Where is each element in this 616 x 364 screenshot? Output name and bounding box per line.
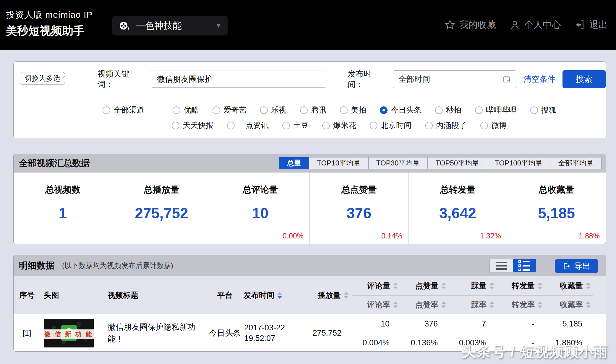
sort-dislike-rate[interactable] (489, 301, 494, 308)
sort-share-rate[interactable] (538, 301, 542, 308)
nav-logout[interactable]: 退出 (575, 19, 608, 31)
radio-icon (213, 106, 220, 114)
col-header-shares: 转发量 (512, 281, 535, 291)
nav-profile-label: 个人中心 (524, 19, 561, 31)
col-header-platform: 平台 (217, 290, 233, 300)
row-dislike-rate: 0.003% (459, 338, 486, 347)
video-thumbnail[interactable]: 微 信 新 功 能 (44, 319, 94, 347)
tab-top30-avg[interactable]: TOP30平均量 (369, 157, 428, 169)
stat-rate: 0.00% (283, 232, 304, 240)
sort-like-rate[interactable] (441, 301, 446, 308)
sort-favorites[interactable] (586, 282, 591, 289)
tab-top100-avg[interactable]: TOP100平均量 (487, 157, 550, 169)
row-comment-rate: 0.004% (362, 338, 390, 347)
channel-radio-toutiao[interactable]: 今日头条 (380, 105, 422, 115)
col-header-dislike-rate: 踩率 (471, 300, 487, 310)
channel-radio-youku[interactable]: 优酷 (173, 105, 199, 115)
col-header-thumbnail: 头图 (44, 290, 59, 300)
export-button[interactable]: 导出 (555, 259, 598, 273)
row-comments: 10 (381, 319, 390, 329)
col-header-favorites: 收藏量 (560, 281, 583, 291)
sort-comments[interactable] (393, 282, 398, 289)
channel-radio-bilibili[interactable]: 哔哩哔哩 (475, 105, 517, 115)
tab-total[interactable]: 总量 (279, 157, 309, 169)
radio-icon (425, 122, 433, 129)
radio-icon (530, 106, 538, 114)
channel-radio-kuaibao[interactable]: 天天快报 (172, 120, 213, 131)
nav-favorites-label: 我的收藏 (459, 19, 496, 31)
film-reel-icon (118, 20, 131, 32)
channel-radio-iqiyi[interactable]: 爱奇艺 (213, 105, 247, 115)
col-header-dislikes: 踩量 (471, 281, 487, 291)
channel-radio-row-1: 全部渠道 优酷 爱奇艺 乐视 腾讯 美拍 今日头条 秒拍 哔哩哔哩 搜狐 (103, 105, 570, 115)
sort-dislikes[interactable] (489, 282, 494, 289)
channel-radio-miaopai[interactable]: 秒拍 (435, 105, 461, 115)
time-range-select[interactable]: 全部时间 (393, 70, 516, 88)
video-title[interactable]: 微信朋友圈保护隐私新功能！ (108, 321, 200, 345)
skill-dropdown[interactable]: 一色神技能 ▼ (112, 16, 228, 35)
summary-panel: 全部视频汇总数据 总量 TOP10平均量 TOP30平均量 TOP50平均量 T… (13, 154, 606, 244)
view-toggle-detail-list[interactable] (513, 259, 536, 272)
col-header-likes: 点赞量 (415, 281, 438, 291)
row-views: 275,752 (312, 329, 341, 338)
sort-likes[interactable] (441, 282, 446, 289)
channel-radio-tudou[interactable]: 土豆 (282, 120, 309, 131)
channel-radio-tencent[interactable]: 腾讯 (300, 105, 326, 115)
nav-profile[interactable]: 个人中心 (510, 19, 561, 31)
radio-icon (172, 122, 179, 129)
clear-conditions-link[interactable]: 清空条件 (523, 74, 555, 84)
stat-total-shares: 总转发量 3,642 1.32% (408, 173, 507, 244)
skill-dropdown-value: 一色神技能 (136, 20, 215, 32)
tab-all-avg[interactable]: 全部平均量 (550, 157, 602, 169)
summary-tabs: 总量 TOP10平均量 TOP30平均量 TOP50平均量 TOP100平均量 … (279, 157, 602, 169)
thumbnail-caption: 微 信 新 功 能 (44, 330, 93, 338)
brand-edition: 投资人版 meimiao IP (6, 9, 93, 21)
tab-top10-avg[interactable]: TOP10平均量 (309, 157, 369, 169)
top-bar: 投资人版 meimiao IP 美秒短视频助手 一色神技能 ▼ 我的收藏 个人 (0, 0, 616, 50)
col-header-views: 播放量 (318, 290, 341, 300)
channel-radio-weibo[interactable]: 微博 (480, 120, 507, 131)
metric-count-header-row: 评论量 点赞量 踩量 转发量 收藏量 (352, 276, 593, 295)
search-button[interactable]: 搜索 (562, 70, 606, 88)
stat-total-favorites: 总收藏量 5,185 1.88% (507, 173, 606, 244)
sort-shares[interactable] (538, 282, 542, 289)
channel-radio-meipai[interactable]: 美拍 (340, 105, 366, 115)
channel-radio-all[interactable]: 全部渠道 (103, 105, 144, 115)
table-header-left: 序号 头图 视频标题 平台 发布时间 播放量 (14, 276, 352, 314)
keyword-input[interactable] (151, 71, 327, 88)
channel-radio-letv[interactable]: 乐视 (260, 105, 286, 115)
summary-stats: 总视频数 1 总播放量 275,752 总评论量 10 0.00% 总点赞量 3… (14, 173, 606, 244)
row-platform: 今日头条 (209, 328, 241, 338)
sort-views[interactable] (344, 292, 348, 299)
radio-icon (475, 106, 483, 114)
channel-radio-yidian[interactable]: 一点资讯 (227, 120, 269, 131)
tab-top50-avg[interactable]: TOP50平均量 (428, 157, 487, 169)
table-row-metrics: 10 376 7 - 5,185 0.004% 0.136% 0.003% - … (352, 314, 593, 352)
col-header-title: 视频标题 (108, 290, 138, 300)
col-header-publish-time: 发布时间 (244, 290, 274, 300)
export-label: 导出 (574, 261, 590, 272)
logout-icon (575, 20, 585, 30)
detail-title: 明细数据 (19, 260, 54, 272)
time-range-value: 全部时间 (398, 74, 502, 84)
detail-list-icon (518, 260, 530, 271)
view-toggle-simple-list[interactable] (490, 259, 513, 272)
table-header-metrics: 评论量 点赞量 踩量 转发量 收藏量 评论率 点赞率 踩率 转发率 收藏率 (352, 276, 593, 314)
nav-favorites[interactable]: 我的收藏 (445, 19, 496, 31)
channel-radio-baomihua[interactable]: 爆米花 (322, 120, 356, 131)
top-nav: 我的收藏 个人中心 退出 (445, 0, 608, 50)
detail-panel: 明细数据 (以下数据均为视频发布后累计数据) 导出 (13, 255, 606, 352)
metric-rate-header-row: 评论率 点赞率 踩率 转发率 收藏率 (352, 295, 593, 314)
radio-icon (340, 106, 348, 114)
sort-favorite-rate[interactable] (586, 301, 591, 308)
channel-radio-btime[interactable]: 北京时间 (370, 120, 411, 131)
row-index: [1] (23, 329, 31, 338)
switch-multi-select-button[interactable]: 切换为多选 (20, 72, 65, 84)
sort-comment-rate[interactable] (393, 301, 398, 308)
radio-icon (227, 122, 235, 129)
channel-radio-neihan[interactable]: 内涵段子 (425, 120, 467, 131)
sort-publish-time[interactable] (277, 292, 282, 299)
table-row[interactable]: [1] 微 信 新 功 能 微信朋友圈保护隐私新功能！ 今日头条 2017-03… (14, 314, 606, 352)
calendar-icon (502, 75, 511, 83)
channel-radio-sohu[interactable]: 搜狐 (530, 105, 557, 115)
